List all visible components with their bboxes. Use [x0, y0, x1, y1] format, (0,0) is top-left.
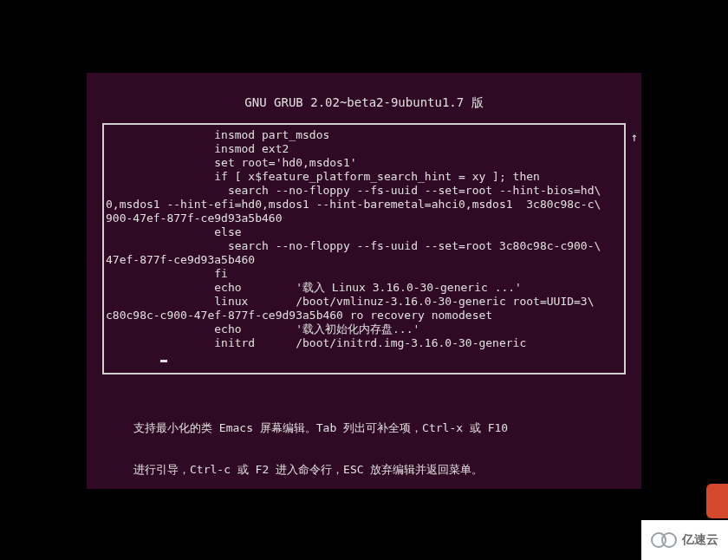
editor-line: insmod part_msdos: [106, 128, 622, 142]
editor-line: 47ef-877f-ce9d93a5b460: [106, 253, 622, 267]
editor-line: c80c98c-c900-47ef-877f-ce9d93a5b460 ro r…: [106, 309, 622, 322]
grub-title: GNU GRUB 2.02~beta2-9ubuntu1.7 版: [87, 73, 641, 120]
editor-line: if [ x$feature_platform_search_hint = xy…: [106, 170, 622, 184]
editor-wrap: insmod part_msdos insmod ext2 set root='…: [102, 123, 626, 374]
help-text: 支持最小化的类 Emacs 屏幕编辑。Tab 列出可补全项，Ctrl-x 或 F…: [133, 394, 595, 505]
grub-edit-box[interactable]: insmod part_msdos insmod ext2 set root='…: [102, 123, 626, 374]
editor-line: search --no-floppy --fs-uuid --set=root …: [106, 184, 622, 198]
editor-line: echo '载入初始化内存盘...': [106, 322, 622, 336]
help-line-1: 支持最小化的类 Emacs 屏幕编辑。Tab 列出可补全项，Ctrl-x 或 F…: [133, 421, 595, 435]
help-line-2: 进行引导，Ctrl-c 或 F2 进入命令行，ESC 放弃编辑并返回菜单。: [133, 463, 595, 477]
editor-line: search --no-floppy --fs-uuid --set=root …: [106, 239, 622, 253]
editor-line: else: [106, 225, 622, 239]
editor-cursor-line: [106, 350, 622, 364]
side-badge-icon: [706, 484, 728, 518]
brand-logo-icon: [651, 532, 677, 548]
editor-line: echo '载入 Linux 3.16.0-30-generic ...': [106, 281, 622, 295]
editor-line: insmod ext2: [106, 142, 622, 156]
editor-line: 0,msdos1 --hint-efi=hd0,msdos1 --hint-ba…: [106, 198, 622, 212]
brand-text: 亿速云: [682, 532, 718, 548]
footer-brand-bar: 亿速云: [641, 520, 728, 560]
editor-line: linux /boot/vmlinuz-3.16.0-30-generic ro…: [106, 295, 622, 309]
scroll-up-arrow-icon: ↑: [631, 130, 638, 144]
editor-line: set root='hd0,msdos1': [106, 156, 622, 170]
editor-line: initrd /boot/initrd.img-3.16.0-30-generi…: [106, 336, 622, 350]
editor-line: fi: [106, 267, 622, 281]
text-cursor-icon: [160, 360, 167, 362]
grub-terminal: GNU GRUB 2.02~beta2-9ubuntu1.7 版 insmod …: [87, 73, 641, 489]
editor-line: 900-47ef-877f-ce9d93a5b460: [106, 212, 622, 225]
